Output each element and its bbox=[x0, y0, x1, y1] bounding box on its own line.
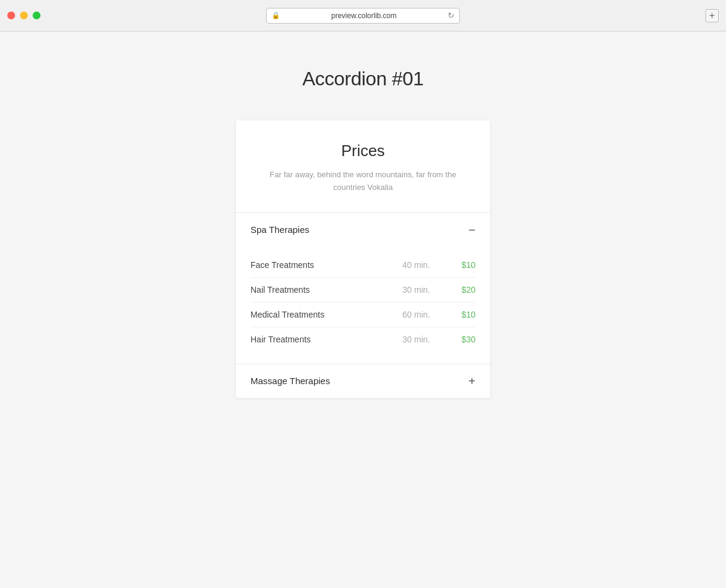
close-button[interactable] bbox=[7, 11, 15, 19]
page-title: Accordion #01 bbox=[12, 68, 714, 90]
treatment-row: Nail Treatments 30 min. $20 bbox=[250, 278, 476, 302]
accordion-container: Prices Far far away, behind the word mou… bbox=[236, 120, 490, 398]
accordion-title-massage: Massage Therapies bbox=[250, 376, 330, 386]
accordion-body-spa: Face Treatments 40 min. $10 Nail Treatme… bbox=[236, 247, 490, 364]
treatment-duration: 40 min. bbox=[402, 260, 430, 270]
accordion-toggle-spa: − bbox=[468, 224, 476, 236]
treatment-name: Nail Treatments bbox=[250, 285, 402, 295]
prices-title: Prices bbox=[260, 142, 466, 160]
refresh-icon[interactable]: ↻ bbox=[448, 11, 454, 20]
treatment-name: Hair Treatments bbox=[250, 335, 402, 344]
treatment-row: Face Treatments 40 min. $10 bbox=[250, 253, 476, 278]
accordion-header-spa[interactable]: Spa Therapies − bbox=[236, 213, 490, 247]
lock-icon: 🔒 bbox=[272, 11, 280, 19]
prices-header: Prices Far far away, behind the word mou… bbox=[236, 120, 490, 213]
treatment-price: $10 bbox=[454, 260, 476, 270]
traffic-lights bbox=[7, 11, 41, 19]
url-text: preview.colorlib.com bbox=[284, 11, 444, 20]
accordion-item-massage: Massage Therapies + bbox=[236, 364, 490, 398]
treatment-price: $10 bbox=[454, 310, 476, 319]
page-content: Accordion #01 Prices Far far away, behin… bbox=[0, 31, 726, 588]
maximize-button[interactable] bbox=[33, 11, 41, 19]
accordion-title-spa: Spa Therapies bbox=[250, 224, 309, 235]
treatment-row: Hair Treatments 30 min. $30 bbox=[250, 327, 476, 351]
treatment-row: Medical Treatments 60 min. $10 bbox=[250, 302, 476, 327]
prices-subtitle: Far far away, behind the word mountains,… bbox=[260, 169, 466, 194]
treatment-price: $30 bbox=[454, 335, 476, 344]
treatment-duration: 60 min. bbox=[402, 310, 430, 319]
treatment-duration: 30 min. bbox=[402, 335, 430, 344]
treatment-name: Medical Treatments bbox=[250, 310, 402, 319]
address-bar[interactable]: 🔒 preview.colorlib.com ↻ bbox=[266, 8, 460, 24]
browser-chrome: 🔒 preview.colorlib.com ↻ + bbox=[0, 0, 726, 31]
treatment-duration: 30 min. bbox=[402, 285, 430, 295]
treatment-name: Face Treatments bbox=[250, 260, 402, 270]
treatment-price: $20 bbox=[454, 285, 476, 295]
accordion-item-spa: Spa Therapies − Face Treatments 40 min. … bbox=[236, 213, 490, 364]
accordion-toggle-massage: + bbox=[468, 375, 476, 387]
new-tab-button[interactable]: + bbox=[705, 9, 719, 22]
accordion-header-massage[interactable]: Massage Therapies + bbox=[236, 364, 490, 398]
minimize-button[interactable] bbox=[20, 11, 28, 19]
